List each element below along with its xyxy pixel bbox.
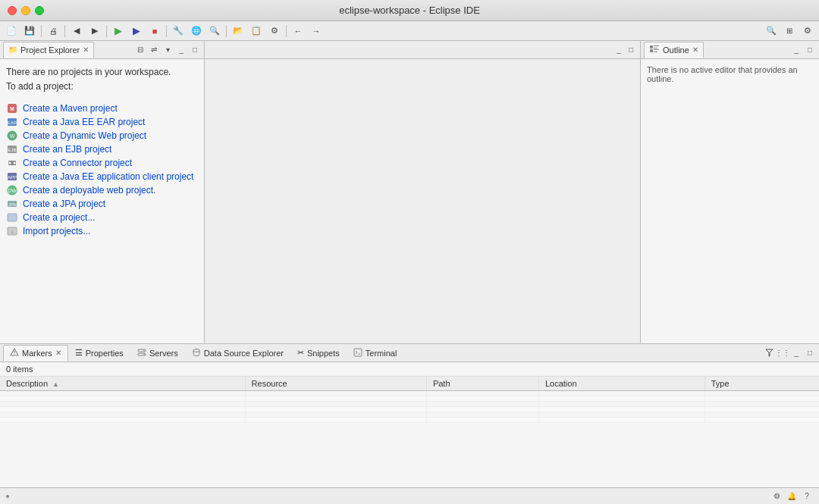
outline-empty-msg: There is no active editor that provides …	[647, 65, 798, 83]
minimize-panel-btn[interactable]: _	[175, 44, 187, 56]
empty-workspace-msg: There are no projects in your workspace.…	[6, 65, 198, 94]
status-notify-btn[interactable]: 🔔	[786, 490, 798, 502]
link-javaee-ear[interactable]: EAR Create a Java EE EAR project	[6, 115, 198, 129]
status-help-btn[interactable]: ?	[801, 490, 813, 502]
project-explorer-actions: ⊟ ⇌ ▾ _ □	[134, 44, 201, 56]
connector-icon	[6, 157, 18, 169]
status-bar-left	[6, 495, 9, 498]
project-explorer-close[interactable]: ✕	[83, 45, 89, 54]
link-javaee-app[interactable]: APP Create a Java EE application client …	[6, 170, 198, 183]
bottom-view-menu-btn[interactable]: ⋮⋮	[777, 347, 789, 359]
col-type[interactable]: Type	[704, 377, 819, 391]
import-icon: ↓	[6, 225, 18, 237]
toolbar-more1-btn[interactable]: 📋	[248, 23, 265, 39]
toolbar-more2-btn[interactable]: ⚙	[266, 23, 283, 39]
close-button[interactable]	[8, 6, 17, 15]
toolbar-run-btn[interactable]: ▶	[110, 23, 127, 39]
tab-terminal[interactable]: Terminal	[347, 345, 404, 362]
toolbar-perspective-btn[interactable]: ⊞	[781, 23, 798, 39]
window-title: eclipse-workspace - Eclipse IDE	[339, 5, 480, 16]
svg-rect-23	[654, 48, 657, 49]
jpa-icon: JPA	[6, 198, 18, 210]
center-editor-panel: _ □	[205, 41, 641, 343]
link-maven[interactable]: M Create a Maven project	[6, 102, 198, 115]
svg-text:EJB: EJB	[8, 148, 16, 152]
toolbar-search2-btn[interactable]: 🔍	[763, 23, 780, 39]
dynamic-web-icon: W	[6, 130, 18, 142]
link-deployable-web[interactable]: DW Create a deployable web project.	[6, 183, 198, 197]
toolbar-debug-btn[interactable]: ▶	[128, 23, 145, 39]
center-minimize-btn[interactable]: _	[613, 44, 625, 56]
bottom-minimize-btn[interactable]: _	[790, 347, 802, 359]
svg-text:↓: ↓	[11, 229, 14, 234]
outline-panel: Outline ✕ _ □ There is no active editor …	[641, 41, 819, 343]
toolbar-open-btn[interactable]: 📂	[230, 23, 246, 39]
table-row	[0, 402, 819, 407]
outline-tab-bar: Outline ✕ _ □	[641, 41, 819, 59]
status-gear-btn[interactable]: ⚙	[770, 490, 783, 502]
tab-markers[interactable]: Markers ✕	[3, 345, 68, 362]
link-generic-project[interactable]: Create a project...	[6, 211, 198, 224]
col-path[interactable]: Path	[426, 377, 538, 391]
toolbar-save-btn[interactable]: 💾	[21, 23, 38, 39]
properties-tab-label: Properties	[86, 349, 124, 358]
link-dynamic-web[interactable]: W Create a Dynamic Web project	[6, 129, 198, 142]
project-explorer-tab-label: Project Explorer	[20, 45, 80, 55]
toolbar-ext-btn[interactable]: 🔧	[170, 23, 187, 39]
outline-tab[interactable]: Outline ✕	[644, 42, 704, 58]
toolbar-settings-btn[interactable]: ⚙	[799, 23, 816, 39]
svg-rect-22	[654, 45, 659, 46]
bottom-maximize-btn[interactable]: □	[804, 347, 816, 359]
toolbar-sep-5	[226, 25, 227, 37]
maven-icon: M	[6, 102, 18, 114]
toolbar-print-btn[interactable]: 🖨	[45, 23, 61, 39]
toolbar-next-btn[interactable]: ▶	[86, 23, 103, 39]
collapse-all-btn[interactable]: ⊟	[134, 44, 146, 56]
tab-servers[interactable]: Servers	[130, 345, 185, 362]
toolbar-prev-btn[interactable]: ◀	[68, 23, 85, 39]
link-with-editor-btn[interactable]: ⇌	[148, 44, 160, 56]
col-description[interactable]: Description ▲	[0, 377, 245, 391]
link-connector[interactable]: Create a Connector project	[6, 156, 198, 170]
status-bar: ⚙ 🔔 ?	[0, 487, 819, 504]
outline-tab-icon	[649, 45, 660, 55]
tab-datasource[interactable]: Data Source Explorer	[185, 345, 290, 362]
svg-rect-21	[650, 49, 653, 52]
table-row	[0, 396, 819, 402]
markers-tab-close[interactable]: ✕	[55, 349, 61, 357]
project-explorer-tab[interactable]: 📁 Project Explorer ✕	[3, 42, 94, 58]
datasource-tab-icon	[192, 348, 201, 358]
tab-snippets[interactable]: ✂ Snippets	[290, 345, 347, 362]
svg-text:M: M	[10, 106, 14, 111]
outline-minimize-btn[interactable]: _	[790, 44, 802, 56]
markers-table: Description ▲ Resource Path Location	[0, 377, 819, 487]
toolbar-browser-btn[interactable]: 🌐	[188, 23, 205, 39]
svg-text:EAR: EAR	[8, 121, 17, 125]
toolbar-stop-btn[interactable]: ■	[146, 23, 163, 39]
tab-properties[interactable]: ☰ Properties	[68, 345, 130, 362]
link-ejb[interactable]: EJB Create an EJB project	[6, 142, 198, 156]
bottom-filter-btn[interactable]	[763, 347, 775, 359]
minimize-button[interactable]	[21, 6, 30, 15]
maximize-button[interactable]	[35, 6, 44, 15]
outline-close[interactable]: ✕	[692, 45, 698, 54]
view-menu-btn[interactable]: ▾	[162, 44, 174, 56]
col-location[interactable]: Location	[538, 377, 704, 391]
servers-tab-label: Servers	[149, 349, 178, 358]
center-maximize-btn[interactable]: □	[625, 44, 637, 56]
table-row	[0, 391, 819, 396]
toolbar-new-btn[interactable]: 📄	[3, 23, 20, 39]
project-explorer-tab-bar: 📁 Project Explorer ✕ ⊟ ⇌ ▾ _ □	[0, 41, 204, 59]
toolbar-bkwd-btn[interactable]: ←	[290, 23, 306, 39]
link-jpa[interactable]: JPA Create a JPA project	[6, 197, 198, 211]
svg-rect-24	[654, 49, 659, 50]
col-resource[interactable]: Resource	[245, 377, 426, 391]
svg-point-33	[193, 349, 199, 352]
title-bar: eclipse-workspace - Eclipse IDE	[0, 0, 819, 21]
center-panel-header: _ □	[205, 41, 640, 59]
outline-maximize-btn[interactable]: □	[804, 44, 816, 56]
maximize-panel-btn[interactable]: □	[189, 44, 201, 56]
link-import-projects[interactable]: ↓ Import projects...	[6, 224, 198, 238]
toolbar-fwd-btn[interactable]: →	[308, 23, 325, 39]
toolbar-search-btn[interactable]: 🔍	[206, 23, 223, 39]
